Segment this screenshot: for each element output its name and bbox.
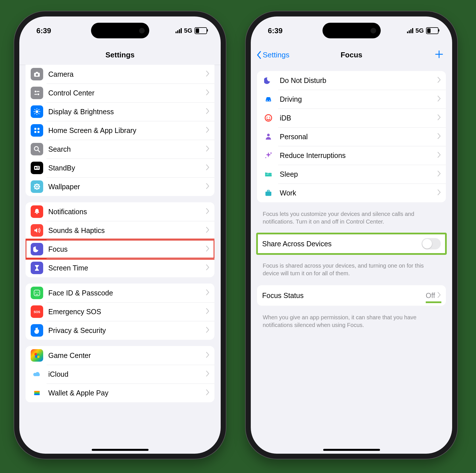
focus-mode-label: Driving — [280, 95, 437, 103]
row-label: Sounds & Haptics — [48, 226, 206, 235]
chevron-right-icon — [206, 289, 209, 296]
page-title: Settings — [105, 51, 135, 59]
status-time: 6:39 — [36, 26, 51, 35]
back-button[interactable]: Settings — [256, 51, 289, 59]
focus-status-label: Focus Status — [262, 291, 426, 300]
phone-frame-right: 6:39 5G Settings Focus Do Not DisturbDri… — [246, 11, 457, 459]
focus-mode-label: Do Not Disturb — [280, 76, 437, 85]
row-label: StandBy — [48, 164, 206, 172]
notifications-icon — [31, 205, 43, 218]
phone-frame-left: 6:39 5G Settings CameraControl CenterDis… — [14, 11, 226, 459]
settings-group: CameraControl CenterDisplay & Brightness… — [26, 65, 214, 196]
settings-row-camera[interactable]: Camera — [26, 65, 214, 84]
signal-bars-icon — [407, 28, 413, 33]
nav-bar: Settings Focus — [251, 45, 452, 65]
wallpaper-icon — [31, 180, 43, 193]
network-label: 5G — [184, 27, 192, 34]
chevron-right-icon — [206, 208, 209, 215]
settings-row-icloud[interactable]: iCloud — [26, 365, 214, 384]
chevron-right-icon — [437, 133, 441, 140]
add-focus-button[interactable] — [435, 50, 444, 60]
settings-row-search[interactable]: Search — [26, 140, 214, 159]
sounds-icon — [31, 224, 43, 237]
settings-row-game-center[interactable]: Game Center — [26, 346, 214, 365]
chevron-right-icon — [437, 96, 441, 103]
chevron-right-icon — [206, 264, 209, 271]
settings-row-screen-time[interactable]: Screen Time — [26, 259, 214, 277]
dynamic-island — [91, 23, 149, 38]
display-icon — [31, 105, 43, 118]
settings-row-home-screen[interactable]: Home Screen & App Library — [26, 121, 214, 140]
focus-status-row[interactable]: Focus StatusOff — [257, 285, 446, 306]
chevron-right-icon — [206, 327, 209, 334]
settings-row-notifications[interactable]: Notifications — [26, 202, 214, 221]
focus-mode-reduce[interactable]: Reduce Interruptions — [257, 146, 446, 165]
sleep-icon — [262, 168, 275, 180]
focus-mode-dnd[interactable]: Do Not Disturb — [257, 71, 446, 90]
settings-row-sos[interactable]: Emergency SOS — [26, 302, 214, 321]
home-screen-icon — [31, 124, 43, 137]
camera-icon — [31, 68, 43, 80]
work-icon — [262, 187, 275, 199]
focus-mode-personal[interactable]: Personal — [257, 127, 446, 146]
settings-row-control-center[interactable]: Control Center — [26, 84, 214, 102]
settings-row-standby[interactable]: StandBy — [26, 159, 214, 177]
focus-mode-work[interactable]: Work — [257, 184, 446, 202]
chevron-right-icon — [437, 152, 441, 159]
row-label: Wallet & Apple Pay — [48, 389, 206, 397]
row-label: Camera — [48, 70, 206, 78]
row-label: Display & Brightness — [48, 108, 206, 116]
settings-row-face-id[interactable]: Face ID & Passcode — [26, 284, 214, 302]
nav-bar: Settings — [19, 45, 221, 65]
wallet-icon — [31, 387, 43, 399]
settings-group: Face ID & PasscodeEmergency SOSPrivacy &… — [26, 284, 214, 340]
settings-row-privacy[interactable]: Privacy & Security — [26, 321, 214, 340]
settings-row-focus[interactable]: Focus — [26, 240, 214, 259]
focus-icon — [31, 243, 43, 255]
settings-row-sounds[interactable]: Sounds & Haptics — [26, 221, 214, 240]
row-label: iCloud — [48, 370, 206, 378]
focus-mode-label: iDB — [280, 114, 437, 122]
row-label: Focus — [48, 245, 206, 253]
home-indicator[interactable] — [323, 449, 380, 451]
signal-bars-icon — [176, 28, 182, 33]
control-center-icon — [31, 87, 43, 99]
chevron-right-icon — [206, 164, 209, 171]
row-label: Face ID & Passcode — [48, 289, 206, 297]
idb-icon — [262, 112, 275, 124]
share-footer: Focus is shared across your devices, and… — [257, 260, 446, 277]
chevron-right-icon — [206, 246, 209, 253]
chevron-right-icon — [206, 371, 209, 378]
chevron-right-icon — [206, 227, 209, 234]
reduce-icon — [262, 149, 275, 162]
focus-mode-label: Work — [280, 189, 437, 197]
settings-row-wallet[interactable]: Wallet & Apple Pay — [26, 384, 214, 402]
focus-modes-group: Do Not DisturbDrivingiDBPersonalReduce I… — [257, 71, 446, 202]
status-time: 6:39 — [268, 26, 283, 35]
search-icon — [31, 143, 43, 155]
page-title: Focus — [341, 51, 362, 59]
personal-icon — [262, 130, 275, 143]
share-toggle[interactable] — [421, 238, 441, 249]
focus-modes-footer: Focus lets you customize your devices an… — [257, 209, 446, 226]
focus-mode-idb[interactable]: iDB — [257, 109, 446, 127]
home-indicator[interactable] — [92, 449, 149, 451]
row-label: Game Center — [48, 351, 206, 360]
focus-mode-sleep[interactable]: Sleep — [257, 165, 446, 184]
chevron-right-icon — [206, 352, 209, 359]
chevron-right-icon — [437, 77, 441, 84]
standby-icon — [31, 162, 43, 174]
icloud-icon — [31, 368, 43, 380]
chevron-right-icon — [437, 171, 441, 178]
focus-mode-driving[interactable]: Driving — [257, 90, 446, 109]
battery-icon — [426, 27, 439, 34]
settings-row-wallpaper[interactable]: Wallpaper — [26, 177, 214, 196]
row-label: Search — [48, 145, 206, 153]
settings-group: NotificationsSounds & HapticsFocusScreen… — [26, 202, 214, 277]
driving-icon — [262, 93, 275, 105]
settings-group: Game CenteriCloudWallet & Apple Pay — [26, 346, 214, 402]
share-across-devices-row[interactable]: Share Across Devices — [257, 234, 446, 254]
battery-icon — [195, 27, 207, 34]
settings-row-display[interactable]: Display & Brightness — [26, 102, 214, 121]
sos-icon — [31, 305, 43, 318]
